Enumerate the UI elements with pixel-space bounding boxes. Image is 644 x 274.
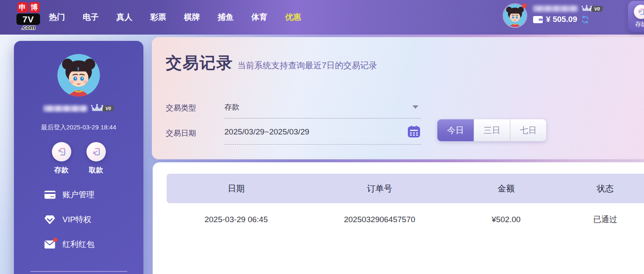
header-date: 日期	[167, 183, 306, 194]
nav-item-electronic[interactable]: 电子	[83, 12, 99, 23]
sidebar-user-row: V0	[14, 104, 143, 113]
transaction-table-panel: 日期 订单号 金额 状态 2025-03-29 06:45 2025032906…	[153, 162, 644, 274]
floating-deposit-button[interactable]: 存款	[628, 1, 644, 32]
transaction-filter-panel: 交易记录 当前系统支持查询最近7日的交易记录 交易类型 存款 交易日期 2025…	[152, 37, 644, 159]
cell-status: 已通过	[559, 214, 644, 225]
header-status: 状态	[559, 183, 644, 194]
notification-dot	[53, 238, 57, 242]
wallet-icon	[533, 16, 543, 23]
calendar-icon[interactable]	[408, 126, 420, 137]
gem-icon	[44, 215, 56, 224]
cell-amount: ¥502.00	[453, 215, 559, 224]
username-blurred	[43, 105, 87, 112]
sidebar-item-account[interactable]: 账户管理	[44, 189, 94, 200]
withdraw-button[interactable]: 取款	[86, 142, 106, 175]
transaction-type-value: 存款	[224, 103, 240, 111]
range-button-today[interactable]: 今日	[437, 119, 474, 141]
nav-item-fishing[interactable]: 捕鱼	[218, 12, 234, 23]
avatar-illustration	[504, 4, 526, 27]
range-button-7days[interactable]: 七日	[510, 119, 546, 141]
sidebar-item-bonus[interactable]: 红利红包	[44, 239, 94, 250]
transaction-date-label: 交易日期	[166, 125, 224, 138]
nav-item-boardgames[interactable]: 棋牌	[184, 12, 200, 23]
sidebar-item-label: VIP特权	[62, 214, 92, 225]
logo-top-row: 申 博	[17, 2, 40, 13]
header-amount: 金额	[453, 183, 559, 194]
sidebar-menu: 账户管理 VIP特权 红利红包	[44, 189, 94, 250]
logo-com: .com	[22, 24, 35, 31]
account-sidebar: V0 最后登入2025-03-29 18:44 存款	[14, 41, 143, 274]
refresh-balance-icon[interactable]	[581, 15, 590, 24]
balance-amount: ¥ 505.09	[546, 15, 577, 24]
header-user-info: V0 ¥ 505.09	[533, 3, 603, 24]
username-blurred	[533, 5, 578, 12]
cell-date: 2025-03-29 06:45	[167, 215, 306, 224]
avatar-illustration	[57, 54, 100, 97]
sidebar-divider	[30, 271, 127, 272]
nav-item-hot[interactable]: 热门	[49, 12, 65, 23]
top-navigation-bar: 申 博 7V .com 热门 电子 真人 彩票 棋牌 捕鱼 体育 优惠	[0, 0, 644, 35]
cell-order: 2025032906457570	[306, 215, 453, 224]
transaction-date-row: 交易日期 2025/03/29~2025/03/29	[166, 125, 421, 145]
envelope-icon	[44, 240, 56, 249]
transaction-type-select[interactable]: 存款	[224, 99, 421, 118]
deposit-label: 存款	[54, 165, 69, 175]
last-login-text: 最后登入2025-03-29 18:44	[14, 124, 143, 132]
header-user-cluster: V0 ¥ 505.09	[503, 3, 603, 28]
withdraw-label: 取款	[89, 165, 103, 175]
main-nav: 热门 电子 真人 彩票 棋牌 捕鱼 体育 优惠	[49, 0, 301, 35]
withdraw-icon	[86, 142, 106, 161]
logo-char-2: 博	[29, 2, 40, 13]
quick-actions: 存款 取款	[14, 142, 143, 175]
vip-badge: V0	[590, 6, 603, 12]
date-range-field[interactable]: 2025/03/29~2025/03/29	[224, 125, 421, 145]
sidebar-item-vip[interactable]: VIP特权	[44, 214, 94, 225]
header-order: 订单号	[306, 183, 453, 194]
date-range-quick-buttons: 今日 三日 七日	[437, 119, 546, 141]
range-button-3days[interactable]: 三日	[474, 119, 510, 141]
deposit-icon	[634, 5, 644, 19]
transaction-type-label: 交易类型	[166, 99, 224, 113]
floating-deposit-label: 存款	[635, 21, 644, 28]
table-row: 2025-03-29 06:45 2025032906457570 ¥502.0…	[167, 203, 644, 236]
nav-item-promotions[interactable]: 优惠	[285, 12, 301, 23]
bank-card-icon	[44, 190, 56, 199]
vip-level[interactable]: V0	[581, 5, 603, 12]
page-title: 交易记录	[166, 52, 233, 74]
header-avatar-wrap	[503, 3, 527, 28]
nav-item-live[interactable]: 真人	[116, 12, 132, 23]
logo-7v: 7V	[16, 13, 40, 25]
avatar[interactable]	[57, 54, 100, 97]
vip-badge: V0	[101, 105, 114, 111]
table-header: 日期 订单号 金额 状态	[167, 174, 644, 203]
sidebar-item-label: 账户管理	[62, 189, 94, 200]
page-subtitle: 当前系统支持查询最近7日的交易记录	[237, 60, 377, 71]
notification-dot	[522, 3, 527, 8]
chevron-down-icon	[412, 105, 418, 109]
panel-title-row: 交易记录 当前系统支持查询最近7日的交易记录	[166, 52, 377, 74]
vip-level[interactable]: V0	[91, 104, 114, 113]
logo-char-1: 申	[17, 2, 28, 13]
deposit-button[interactable]: 存款	[52, 142, 71, 175]
date-range-value: 2025/03/29~2025/03/29	[224, 127, 309, 136]
deposit-icon	[52, 142, 71, 161]
nav-item-lottery[interactable]: 彩票	[150, 12, 166, 23]
nav-item-sports[interactable]: 体育	[251, 12, 267, 23]
sidebar-item-label: 红利红包	[62, 239, 94, 250]
transaction-type-row: 交易类型 存款	[166, 99, 421, 117]
site-logo[interactable]: 申 博 7V .com	[15, 2, 42, 31]
